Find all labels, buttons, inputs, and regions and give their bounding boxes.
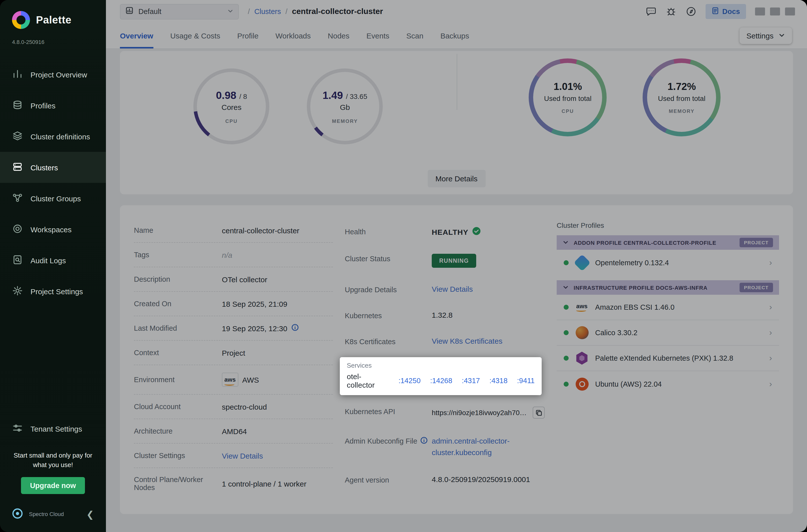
card-divider: [456, 54, 457, 110]
tab-scan[interactable]: Scan: [406, 23, 423, 49]
cluster-status-badge[interactable]: RUNNING: [432, 254, 476, 268]
tab-backups[interactable]: Backups: [440, 23, 469, 49]
stack-icon: [12, 130, 23, 142]
service-port-link[interactable]: :4317: [462, 377, 480, 385]
detail-row: Admin Kubeconfig File admin.central-coll…: [345, 427, 545, 467]
server-list-icon: [12, 161, 23, 174]
status-dot: [564, 356, 569, 361]
cluster-settings-link[interactable]: View Details: [222, 451, 263, 460]
description-value: OTel collector: [222, 275, 267, 284]
sidebar-item-label: Cluster definitions: [31, 132, 90, 140]
chevron-right-icon: ›: [769, 302, 772, 312]
detail-row: DescriptionOTel collector: [134, 267, 333, 292]
profile-layer-pxk[interactable]: Palette eXtended Kubernetes (PXK) 1.32.8…: [557, 346, 779, 371]
last-modified-value: 19 Sep 2025, 12:30: [222, 324, 287, 332]
aws-logo-icon: aws: [575, 301, 589, 314]
kubeconfig-download-link[interactable]: admin.central-collector-cluster.kubeconf…: [432, 436, 522, 458]
sidebar-item-label: Workspaces: [31, 225, 72, 233]
tab-overview[interactable]: Overview: [120, 23, 153, 49]
infra-profile-header[interactable]: INFRASTRUCTURE PROFILE DOCS-AWS-INFRA PR…: [557, 280, 779, 295]
sidebar-item-audit-logs[interactable]: Audit Logs: [0, 245, 106, 276]
sidebar-item-label: Audit Logs: [31, 256, 66, 265]
sidebar-item-profiles[interactable]: Profiles: [0, 90, 106, 121]
chevron-down-icon: [778, 32, 785, 40]
sidebar-item-label: Project Settings: [31, 287, 83, 296]
cpu-percent-caption: Used from total: [544, 94, 592, 102]
service-port-link[interactable]: :9411: [517, 377, 535, 385]
sidebar-item-project-settings[interactable]: Project Settings: [0, 276, 106, 307]
cpu-usage-gauge: 0.98 / 8 Cores CPU: [194, 69, 269, 144]
chat-icon[interactable]: [645, 6, 656, 17]
chevron-right-icon: ›: [769, 353, 772, 363]
audit-log-icon: [12, 254, 23, 266]
cpu-unit: Cores: [221, 103, 241, 111]
addon-profile-header[interactable]: ADDON PROFILE CENTRAL-COLLECTOR-PROFILE …: [557, 235, 779, 250]
docs-label: Docs: [722, 7, 740, 16]
k8s-certificates-link[interactable]: View K8s Certificates: [432, 337, 503, 345]
brand-logo-row[interactable]: Palette: [0, 0, 106, 32]
sidebar-item-project-overview[interactable]: Project Overview: [0, 59, 106, 90]
detail-row: Cluster Status RUNNING: [345, 245, 545, 276]
topbar-actions: Docs: [645, 4, 795, 19]
sidebar-item-cluster-groups[interactable]: Cluster Groups: [0, 183, 106, 214]
copy-icon[interactable]: [533, 406, 545, 419]
upgrade-details-link[interactable]: View Details: [432, 285, 473, 293]
main-area: Default / Clusters / central-collector-c…: [106, 0, 807, 532]
cluster-name-value: central-collector-cluster: [222, 226, 299, 234]
cluster-details-card: Namecentral-collector-cluster Tagsn/a De…: [120, 205, 793, 514]
architecture-value: AMD64: [222, 427, 247, 435]
sidebar-nav: Project Overview Profiles Cluster defini…: [0, 59, 106, 307]
settings-label: Settings: [747, 32, 773, 40]
tab-profile[interactable]: Profile: [237, 23, 259, 49]
service-port-link[interactable]: :14268: [430, 377, 452, 385]
detail-row: Cloud Accountspectro-cloud: [134, 395, 333, 419]
breadcrumb-current: central-collector-cluster: [292, 7, 383, 16]
nodes-value: 1 control-plane / 1 worker: [222, 479, 306, 488]
breadcrumb: / Clusters / central-collector-cluster: [248, 7, 383, 16]
tab-workloads[interactable]: Workloads: [276, 23, 311, 49]
settings-button[interactable]: Settings: [739, 27, 792, 44]
tab-events[interactable]: Events: [367, 23, 390, 49]
memory-total-donut: 1.72% Used from total MEMORY: [643, 58, 721, 136]
upgrade-now-button[interactable]: Upgrade now: [21, 477, 85, 494]
profile-layer-opentelemetry[interactable]: Opentelemetry 0.132.4 ›: [557, 250, 779, 275]
memory-gauge-label: MEMORY: [332, 118, 358, 124]
bug-icon[interactable]: [665, 6, 676, 17]
detail-row: Agent version 4.8.0-250919/20250919.0001: [345, 467, 545, 493]
status-dot: [564, 381, 569, 386]
tab-nodes[interactable]: Nodes: [328, 23, 350, 49]
sidebar-item-label: Clusters: [31, 163, 58, 172]
service-port-link[interactable]: :4318: [489, 377, 508, 385]
toolbar-extra-icons[interactable]: [755, 7, 795, 16]
sidebar-item-workspaces[interactable]: Workspaces: [0, 214, 106, 245]
service-port-link[interactable]: :14250: [398, 377, 421, 385]
aws-logo-icon: aws: [222, 373, 238, 387]
profile-layer-ebs-csi[interactable]: aws Amazon EBS CSI 1.46.0 ›: [557, 295, 779, 320]
status-dot: [564, 305, 569, 310]
tab-usage-costs[interactable]: Usage & Costs: [170, 23, 220, 49]
detail-row: Kubernetes 1.32.8: [345, 302, 545, 328]
health-status: HEALTHY: [432, 228, 468, 236]
chevron-right-icon: ›: [769, 379, 772, 389]
info-icon[interactable]: [291, 324, 299, 333]
profile-layer-ubuntu[interactable]: Ubuntu (AWS) 22.04 ›: [557, 371, 779, 397]
more-details-button[interactable]: More Details: [428, 170, 485, 187]
help-compass-icon[interactable]: [685, 6, 696, 17]
info-icon[interactable]: [420, 437, 428, 445]
chevron-down-icon: [563, 238, 569, 247]
project-selector[interactable]: Default: [120, 4, 239, 19]
cluster-profiles-panel: Cluster Profiles ADDON PROFILE CENTRAL-C…: [557, 218, 779, 499]
sidebar-item-cluster-definitions[interactable]: Cluster definitions: [0, 121, 106, 152]
check-circle-icon: [472, 227, 481, 237]
breadcrumb-clusters-link[interactable]: Clusters: [254, 7, 281, 16]
cpu-total-value: / 8: [239, 92, 247, 100]
addon-profile-group: ADDON PROFILE CENTRAL-COLLECTOR-PROFILE …: [557, 235, 779, 275]
details-left-column: Namecentral-collector-cluster Tagsn/a De…: [134, 218, 333, 499]
collapse-sidebar-icon[interactable]: ❮: [87, 509, 97, 520]
sidebar-item-tenant-settings[interactable]: Tenant Settings: [0, 413, 106, 444]
sidebar-item-clusters[interactable]: Clusters: [0, 152, 106, 183]
profile-layer-calico[interactable]: Calico 3.30.2 ›: [557, 320, 779, 346]
cloud-account-value: spectro-cloud: [222, 402, 267, 411]
spectro-cloud-label: Spectro Cloud: [29, 511, 81, 518]
docs-button[interactable]: Docs: [705, 4, 746, 19]
